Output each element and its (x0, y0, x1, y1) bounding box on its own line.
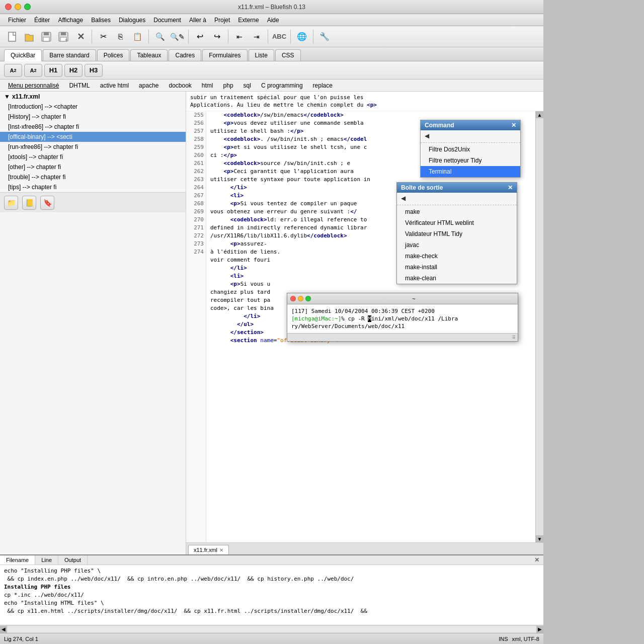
format-h3-button[interactable]: H3 (85, 64, 103, 77)
menu-balises[interactable]: Balises (87, 16, 115, 25)
output-box-item-6[interactable]: make-clean (397, 273, 517, 284)
terminal-close-button[interactable] (290, 296, 296, 301)
terminal-content[interactable]: [117] Samedi 10/04/2004 00:36:39 CEST +0… (287, 304, 518, 333)
find-replace-button[interactable]: 🔍✎ (169, 29, 185, 45)
save-as-button[interactable]: + (55, 29, 71, 45)
terminal-scrollbar[interactable]: ⠿ (287, 333, 518, 341)
custommenu-apache[interactable]: apache (135, 81, 163, 90)
custommenu-html[interactable]: html (198, 81, 217, 90)
menu-fichier[interactable]: Fichier (4, 16, 30, 25)
command-menu-item-0[interactable]: Filtre Dos2Unix (421, 144, 520, 155)
scroll-left-button[interactable]: ◀ (0, 626, 7, 633)
command-menu-item-2[interactable]: Terminal (421, 166, 520, 177)
tab-quickbar[interactable]: QuickBar (4, 49, 42, 61)
tree-item-3[interactable]: [offical-binary] --> <secti (0, 132, 186, 142)
menu-externe[interactable]: Externe (234, 16, 263, 25)
minimize-button[interactable] (15, 4, 21, 10)
menu-document[interactable]: Document (149, 16, 185, 25)
custommenu-cprogramming[interactable]: C programming (257, 81, 307, 90)
format-a2-button[interactable]: A2 (4, 64, 22, 77)
tab-css[interactable]: CSS (275, 49, 301, 61)
command-menu-item-1[interactable]: Filtre nettoyeur Tidy (421, 155, 520, 166)
spell-check-button[interactable]: ABC (271, 29, 287, 45)
output-box-close[interactable]: ✕ (508, 184, 513, 191)
sidebar-folder-button[interactable]: 📁 (4, 196, 18, 210)
tab-barre-standard[interactable]: Barre standard (43, 49, 96, 61)
sidebar-bookmark-button[interactable]: 🔖 (40, 196, 54, 210)
editor-tab-file[interactable]: x11.fr.xml ✕ (188, 545, 229, 554)
editor-vertical-scrollbar[interactable]: ▲ ▼ (535, 111, 543, 542)
output-box-item-5[interactable]: make-install (397, 262, 517, 273)
menu-projet[interactable]: Projet (210, 16, 234, 25)
scroll-up-button[interactable]: ▲ (536, 111, 543, 118)
tree-item-4[interactable]: [run-xfree86] --> chapter fi (0, 142, 186, 152)
command-menu-sep (421, 142, 520, 143)
output-tab-line[interactable]: Line (35, 555, 58, 565)
scroll-down-button[interactable]: ▼ (536, 535, 543, 542)
output-tab-filename[interactable]: Filename (0, 555, 35, 565)
horizontal-scrollbar[interactable]: ◀ ▶ (0, 625, 543, 633)
custommenu-activehtml[interactable]: active html (96, 81, 133, 90)
tree-root[interactable]: ▼ x11.fr.xml (0, 92, 186, 102)
close-button[interactable] (5, 4, 12, 10)
menu-dialogues[interactable]: Dialogues (115, 16, 149, 25)
output-box-item-0[interactable]: make (397, 206, 517, 217)
output-box-item-3[interactable]: javac (397, 239, 517, 251)
custommenu-sql[interactable]: sql (239, 81, 255, 90)
format-a-sup-button[interactable]: A2 (24, 64, 42, 77)
menu-aller-a[interactable]: Aller à (185, 16, 210, 25)
output-box-arrow[interactable]: ◀ (397, 193, 517, 204)
format-h2-button[interactable]: H2 (64, 64, 83, 77)
menu-editer[interactable]: Éditer (30, 16, 54, 25)
menu-affichage[interactable]: Affichage (54, 16, 87, 25)
redo-button[interactable]: ↪ (209, 29, 225, 45)
close-file-button[interactable]: ✕ (72, 29, 89, 45)
browser-button[interactable]: 🌐 (294, 29, 310, 45)
cut-button[interactable]: ✂ (95, 29, 111, 45)
terminal-min-button[interactable] (298, 296, 303, 301)
undo-button[interactable]: ↩ (192, 29, 208, 45)
tab-polices[interactable]: Polices (97, 49, 130, 61)
tree-item-5[interactable]: [xtools] --> chapter fi (0, 152, 186, 162)
custommenu-dhtml[interactable]: DHTML (65, 81, 94, 90)
tree-item-0[interactable]: [Introduction] --> <chapter (0, 102, 186, 112)
tree-item-7[interactable]: [trouble] --> chapter fi (0, 172, 186, 182)
command-menu-arrow[interactable]: ◀ (421, 130, 520, 141)
indent-left-button[interactable]: ⇤ (231, 29, 248, 45)
custommenu-php[interactable]: php (219, 81, 237, 90)
output-close-button[interactable]: ✕ (532, 555, 541, 565)
save-button[interactable] (38, 29, 54, 45)
copy-button[interactable]: ⎘ (112, 29, 128, 45)
command-menu-close[interactable]: ✕ (511, 122, 516, 129)
svg-rect-0 (9, 32, 16, 41)
sidebar-book-button[interactable]: 📒 (22, 196, 36, 210)
tab-tableaux[interactable]: Tableaux (130, 49, 168, 61)
tab-liste[interactable]: Liste (249, 49, 274, 61)
open-file-button[interactable] (21, 29, 37, 45)
menu-aide[interactable]: Aide (263, 16, 283, 25)
format-h1-button[interactable]: H1 (44, 64, 62, 77)
maximize-button[interactable] (24, 4, 31, 10)
tab-formulaires[interactable]: Formulaires (202, 49, 247, 61)
tree-item-8[interactable]: [tips] --> chapter fi (0, 182, 186, 192)
paste-button[interactable]: 📋 (129, 29, 145, 45)
find-button[interactable]: 🔍 (152, 29, 168, 45)
custommenu-docbook[interactable]: docbook (165, 81, 195, 90)
scroll-right-button[interactable]: ▶ (536, 626, 543, 633)
tools-button[interactable]: 🔧 (316, 29, 333, 45)
output-tab-output[interactable]: Output (58, 555, 88, 565)
tree-item-2[interactable]: [Inst-xfree86] --> chapter fi (0, 122, 186, 132)
tree-item-1[interactable]: [History] --> chapter fi (0, 112, 186, 122)
tab-cadres[interactable]: Cadres (169, 49, 201, 61)
output-box-item-2[interactable]: Validateur HTML Tidy (397, 228, 517, 239)
custommenu-replace[interactable]: replace (309, 81, 337, 90)
new-file-button[interactable] (4, 29, 20, 45)
custommenu-personnalise[interactable]: Menu personnalisé (4, 81, 63, 90)
output-box-item-4[interactable]: make-check (397, 251, 517, 262)
output-box-item-1[interactable]: Vérificateur HTML weblint (397, 217, 517, 228)
tree-item-6[interactable]: [other] --> chapter fi (0, 162, 186, 172)
editor-tab-close[interactable]: ✕ (219, 547, 223, 553)
indent-right-button[interactable]: ⇥ (249, 29, 265, 45)
terminal-max-button[interactable] (305, 296, 311, 301)
terminal-line3: ry/WebServer/Documents/web/doc/x11 (291, 323, 514, 330)
